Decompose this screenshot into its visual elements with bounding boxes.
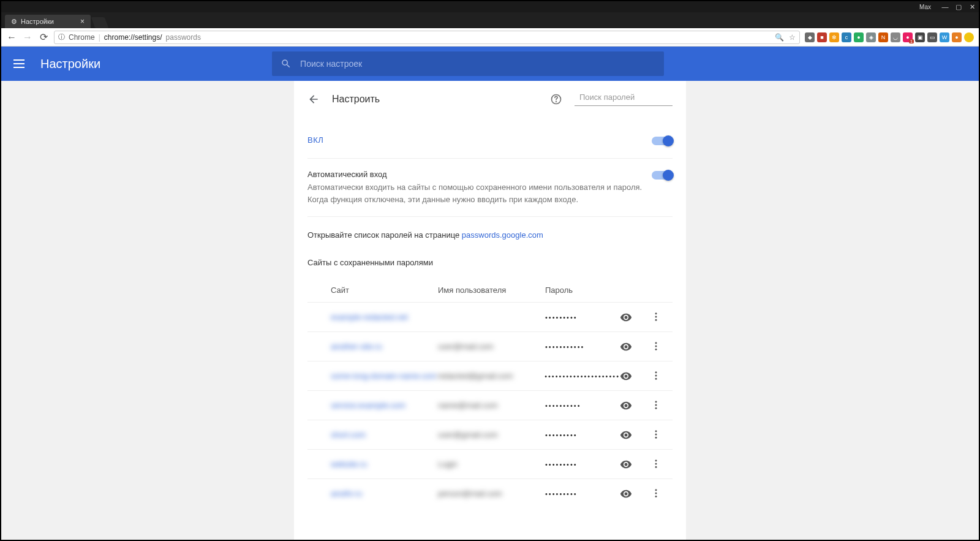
svg-point-15 [655, 433, 657, 435]
window-close-button[interactable]: ✕ [968, 3, 976, 11]
toggle-on-label: ВКЛ [307, 135, 652, 145]
back-button[interactable]: ← [6, 32, 17, 43]
more-actions-icon[interactable] [650, 370, 662, 382]
show-password-icon[interactable] [620, 370, 632, 382]
info-icon: ⓘ [58, 32, 65, 42]
extension-icon[interactable]: ■ [817, 32, 827, 42]
extension-icon[interactable]: ▭ [927, 32, 937, 42]
help-icon[interactable] [550, 93, 562, 105]
forward-button: → [22, 32, 33, 43]
back-arrow-icon[interactable] [307, 93, 320, 105]
extension-icon[interactable]: ✻ [829, 32, 839, 42]
profile-avatar-icon[interactable] [964, 32, 974, 42]
more-actions-icon[interactable] [650, 311, 662, 323]
site-cell[interactable]: another-site.ru [331, 342, 438, 351]
window-maximize-button[interactable]: ▢ [954, 3, 963, 11]
col-site: Сайт [331, 286, 438, 295]
url-path: chrome://settings/ [104, 33, 162, 42]
password-cell: ••••••••• [545, 314, 620, 321]
extension-icon[interactable]: ● [854, 32, 864, 42]
table-header: Сайт Имя пользователя Пароль [307, 279, 673, 302]
table-row: anothr.ruperson@mail.com••••••••• [307, 479, 673, 508]
reload-button[interactable]: ⟳ [38, 31, 49, 43]
settings-search-input[interactable] [300, 59, 655, 69]
svg-point-1 [556, 101, 557, 102]
password-cell: ••••••••••••••••••••• [545, 373, 620, 380]
password-cell: •••••••••• [545, 402, 620, 409]
window-minimize-button[interactable]: — [941, 3, 949, 10]
table-row: another-site.ruuser@mail.com••••••••••• [307, 331, 673, 361]
password-cell: ••••••••• [545, 461, 620, 468]
content-viewport[interactable]: Настроить ВКЛ Автоматический вход Автома… [1, 81, 979, 540]
extension-icon[interactable]: N [878, 32, 888, 42]
more-actions-icon[interactable] [650, 488, 662, 500]
show-password-icon[interactable] [620, 399, 632, 412]
os-username: Max [919, 4, 931, 10]
google-passwords-hint: Открывайте список паролей на странице pa… [307, 230, 673, 240]
svg-point-10 [655, 377, 657, 379]
site-cell[interactable]: service.example.com [331, 401, 438, 410]
tab-close-button[interactable]: × [80, 17, 85, 26]
offer-save-toggle-row: ВКЛ [307, 124, 673, 159]
more-actions-icon[interactable] [650, 341, 662, 353]
svg-point-19 [655, 466, 657, 467]
search-icon [281, 58, 292, 69]
auto-signin-title: Автоматический вход [307, 170, 652, 179]
user-cell: name@mail.com [438, 401, 545, 410]
zoom-icon[interactable]: 🔍 [775, 33, 784, 42]
passwords-table: Сайт Имя пользователя Пароль example-red… [307, 279, 673, 508]
svg-point-7 [655, 348, 657, 350]
svg-point-13 [655, 407, 657, 409]
settings-search[interactable] [272, 51, 664, 76]
extension-icon[interactable]: ◈ [866, 32, 876, 42]
more-actions-icon[interactable] [650, 458, 662, 471]
site-cell[interactable]: short.com [331, 430, 438, 439]
more-actions-icon[interactable] [650, 399, 662, 412]
site-cell[interactable]: example-redacted.net [331, 312, 438, 322]
hamburger-menu-icon[interactable] [13, 56, 28, 71]
site-cell[interactable]: some-long-domain-name.com [331, 371, 438, 380]
bookmark-star-icon[interactable]: ☆ [789, 33, 796, 42]
extension-icon[interactable]: W [940, 32, 949, 42]
site-cell[interactable]: website.ru [331, 460, 438, 469]
password-search-input[interactable] [579, 93, 682, 102]
extension-icon[interactable]: ● [952, 32, 962, 42]
svg-point-14 [655, 430, 657, 432]
offer-save-toggle[interactable] [652, 137, 673, 145]
sub-title: Настроить [332, 94, 380, 105]
show-password-icon[interactable] [620, 341, 632, 353]
password-search[interactable] [575, 92, 673, 106]
svg-point-18 [655, 463, 657, 464]
extension-icon[interactable]: ● [903, 32, 913, 42]
password-cell: ••••••••• [545, 431, 620, 439]
show-password-icon[interactable] [620, 488, 632, 500]
auto-signin-row: Автоматический вход Автоматически входит… [307, 159, 673, 217]
site-cell[interactable]: anothr.ru [331, 489, 438, 498]
subheader: Настроить [307, 92, 673, 106]
show-password-icon[interactable] [620, 458, 632, 471]
svg-point-16 [655, 436, 657, 438]
col-pass: Пароль [545, 286, 673, 295]
passwords-google-link[interactable]: passwords.google.com [462, 230, 543, 240]
url-host: Chrome [69, 33, 95, 42]
extension-icon[interactable]: ◡ [891, 32, 900, 42]
more-actions-icon[interactable] [650, 429, 662, 441]
auto-signin-toggle[interactable] [652, 171, 673, 180]
settings-header: Настройки [1, 47, 979, 81]
extension-icon[interactable]: ▣ [915, 32, 925, 42]
show-password-icon[interactable] [620, 311, 632, 323]
passwords-card: Настроить ВКЛ Автоматический вход Автома… [294, 81, 686, 540]
browser-tab[interactable]: ⚙ Настройки × [5, 15, 91, 28]
new-tab-button[interactable] [91, 17, 109, 28]
extension-icon[interactable]: c [842, 32, 851, 42]
user-cell: user@mail.com [438, 342, 545, 351]
show-password-icon[interactable] [620, 429, 632, 441]
user-cell: Login [438, 460, 545, 469]
extension-icon[interactable]: ◆ [805, 32, 815, 42]
table-row: some-long-domain-name.comredacted@gmail.… [307, 361, 673, 390]
gear-icon: ⚙ [11, 18, 17, 26]
svg-point-2 [655, 312, 657, 314]
address-bar[interactable]: ⓘ Chrome | chrome://settings/passwords 🔍… [54, 31, 800, 44]
col-user: Имя пользователя [438, 286, 545, 295]
extension-icons: ◆ ■ ✻ c ● ◈ N ◡ ● ▣ ▭ W ● [805, 32, 974, 42]
